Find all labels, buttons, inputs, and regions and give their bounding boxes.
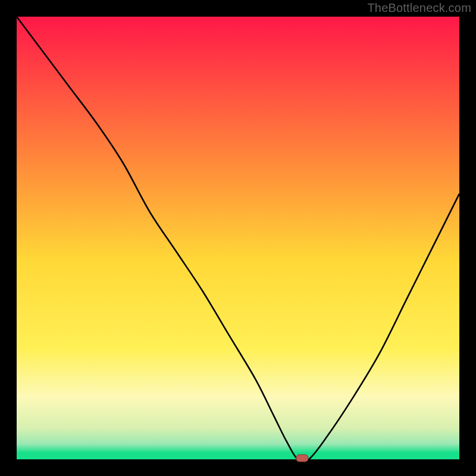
chart-frame: TheBottleneck.com	[0, 0, 476, 476]
bottleneck-plot	[0, 0, 476, 476]
optimal-point-marker	[296, 455, 308, 462]
plot-background	[17, 17, 459, 459]
watermark-text: TheBottleneck.com	[367, 1, 471, 15]
